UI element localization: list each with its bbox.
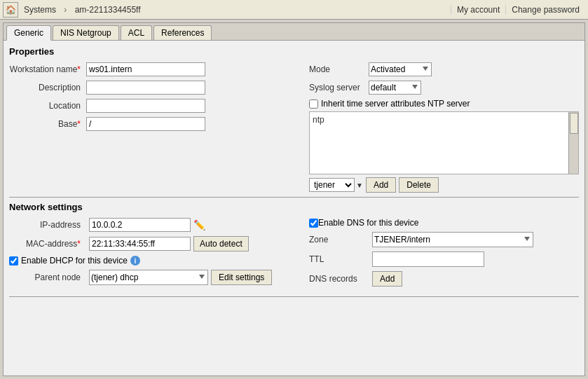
description-label: Description (9, 83, 86, 92)
network-right: Enable DNS for this device Zone TJENER/i… (309, 218, 579, 291)
workstation-row: Workstation name (9, 62, 303, 76)
properties-separator (9, 197, 579, 198)
tab-bar: Generic NIS Netgroup ACL References (4, 23, 584, 41)
ntp-server-select[interactable]: tjener (309, 178, 355, 192)
dhcp-info-icon[interactable]: i (130, 256, 140, 266)
location-input[interactable] (86, 99, 205, 113)
tab-acl[interactable]: ACL (121, 25, 152, 40)
enable-dns-row: Enable DNS for this device (309, 218, 579, 228)
mode-row: Mode Activated Deactivated (309, 62, 579, 76)
dhcp-checkbox[interactable] (9, 256, 18, 266)
enable-dns-checkbox[interactable] (309, 219, 318, 228)
ttl-input[interactable] (372, 251, 484, 267)
ntp-scrollbar[interactable] (568, 112, 578, 174)
dhcp-row: Enable DHCP for this device i (9, 256, 303, 266)
dns-add-button[interactable]: Add (372, 271, 402, 287)
parent-select[interactable]: (tjener) dhcp (89, 270, 208, 285)
description-input[interactable] (86, 81, 205, 95)
base-label: Base (9, 119, 86, 129)
ntp-select-arrow: ▼ (356, 181, 363, 189)
dns-records-row: DNS records Add (309, 271, 579, 287)
mac-label: MAC-address (9, 239, 86, 249)
breadcrumb-host: am-2211334455ff (72, 5, 144, 15)
parent-label: Parent node (9, 273, 86, 282)
mac-input[interactable] (89, 237, 191, 251)
network-title: Network settings (9, 202, 579, 212)
ntp-delete-button[interactable]: Delete (399, 177, 439, 193)
ntp-controls: tjener ▼ Add Delete (309, 177, 579, 193)
syslog-select[interactable]: default (369, 81, 421, 95)
ttl-row: TTL (309, 251, 579, 267)
auto-detect-button[interactable]: Auto detect (193, 236, 249, 251)
ttl-label: TTL (309, 254, 372, 264)
zone-row: Zone TJENER/intern (309, 232, 579, 247)
breadcrumb-systems[interactable]: Systems (21, 5, 59, 15)
syslog-row: Syslog server default (309, 81, 579, 95)
ntp-textarea-container: ntp (309, 111, 579, 174)
inherit-ntp-checkbox[interactable] (309, 99, 318, 109)
location-row: Location (9, 99, 303, 113)
mode-select[interactable]: Activated Deactivated (369, 62, 432, 76)
right-column: Mode Activated Deactivated Syslog server… (309, 62, 579, 193)
breadcrumb: Systems › am-2211334455ff (21, 5, 451, 15)
topbar: 🏠 Systems › am-2211334455ff My account C… (0, 0, 588, 20)
topbar-actions: My account Change password (451, 5, 585, 15)
ip-row: IP-address ✏️ (9, 218, 303, 232)
mode-label: Mode (309, 64, 369, 74)
zone-label: Zone (309, 235, 372, 244)
network-columns: IP-address ✏️ MAC-address Auto detect En… (9, 218, 579, 291)
bottom-border (9, 296, 579, 297)
edit-icon[interactable]: ✏️ (193, 219, 205, 230)
workstation-label: Workstation name (9, 64, 86, 74)
tab-generic[interactable]: Generic (6, 25, 51, 41)
base-row: Base (9, 117, 303, 131)
location-label: Location (9, 101, 86, 111)
properties-columns: Workstation name Description Location Ba… (9, 62, 579, 193)
zone-select[interactable]: TJENER/intern (372, 232, 533, 247)
content-area: Properties Workstation name Description … (4, 41, 584, 303)
scrollbar-thumb (570, 113, 578, 134)
ip-input[interactable] (89, 218, 191, 232)
dhcp-label: Enable DHCP for this device (21, 256, 128, 266)
home-button[interactable]: 🏠 (3, 2, 18, 18)
description-row: Description (9, 81, 303, 95)
ntp-text: ntp (310, 112, 578, 128)
parent-row: Parent node (tjener) dhcp Edit settings (9, 270, 303, 285)
edit-settings-button[interactable]: Edit settings (211, 270, 272, 285)
my-account-link[interactable]: My account (451, 5, 505, 15)
properties-title: Properties (9, 46, 579, 57)
tab-nis-netgroup[interactable]: NIS Netgroup (53, 25, 119, 40)
ntp-add-button[interactable]: Add (366, 177, 396, 193)
mac-row: MAC-address Auto detect (9, 236, 303, 251)
main-window: Generic NIS Netgroup ACL References Prop… (3, 22, 585, 376)
base-input[interactable] (86, 117, 205, 131)
network-left: IP-address ✏️ MAC-address Auto detect En… (9, 218, 303, 291)
ntp-server-wrap: tjener ▼ (309, 178, 363, 192)
inherit-ntp-label: Inherit time server attributes NTP serve… (321, 99, 470, 109)
workstation-input[interactable] (86, 62, 205, 76)
dns-records-label: DNS records (309, 274, 372, 284)
left-column: Workstation name Description Location Ba… (9, 62, 303, 193)
enable-dns-label: Enable DNS for this device (318, 218, 418, 228)
change-password-link[interactable]: Change password (505, 5, 585, 15)
ip-label: IP-address (9, 220, 86, 230)
syslog-label: Syslog server (309, 83, 369, 92)
inherit-ntp-row: Inherit time server attributes NTP serve… (309, 99, 579, 109)
tab-references[interactable]: References (153, 25, 212, 40)
